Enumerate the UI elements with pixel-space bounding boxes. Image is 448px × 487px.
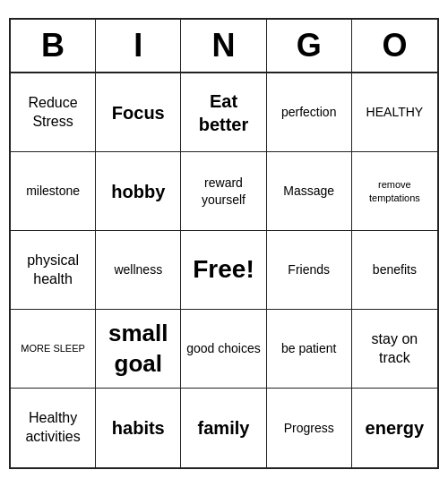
header-i: I <box>96 20 181 72</box>
bingo-cell-healthy-header: HEALTHY <box>352 73 437 152</box>
bingo-cell-milestone: milestone <box>11 152 96 231</box>
header-o: O <box>352 20 437 72</box>
bingo-cell-free-space: Free! <box>181 231 266 310</box>
header-n: N <box>181 20 266 72</box>
bingo-card: B I N G O Reduce StressFocusEat betterpe… <box>9 18 439 469</box>
bingo-cell-habits: habits <box>96 389 181 467</box>
bingo-cell-friends: Friends <box>267 231 352 310</box>
bingo-cell-more-sleep: MORE SLEEP <box>11 310 96 389</box>
bingo-grid: Reduce StressFocusEat betterperfectionHE… <box>11 73 437 467</box>
bingo-cell-stay-on-track: stay on track <box>352 310 437 389</box>
bingo-cell-physical-health: physical health <box>11 231 96 310</box>
bingo-cell-remove-temptations: remove temptations <box>352 152 437 231</box>
bingo-cell-hobby: hobby <box>96 152 181 231</box>
bingo-cell-progress: Progress <box>267 389 352 467</box>
bingo-cell-energy: energy <box>352 389 437 467</box>
header-b: B <box>11 20 96 72</box>
bingo-header: B I N G O <box>11 20 437 73</box>
bingo-cell-massage: Massage <box>267 152 352 231</box>
bingo-cell-benefits: benefits <box>352 231 437 310</box>
bingo-cell-family: family <box>181 389 266 467</box>
bingo-cell-small-goal: small goal <box>96 310 181 389</box>
bingo-cell-good-choices: good choices <box>181 310 266 389</box>
bingo-cell-healthy-activities: Healthy activities <box>11 389 96 467</box>
bingo-cell-reduce-stress: Reduce Stress <box>11 73 96 152</box>
bingo-cell-perfection: perfection <box>267 73 352 152</box>
bingo-cell-reward-yourself: reward yourself <box>181 152 266 231</box>
bingo-cell-be-patient: be patient <box>267 310 352 389</box>
bingo-cell-wellness: wellness <box>96 231 181 310</box>
bingo-cell-eat-better: Eat better <box>181 73 266 152</box>
bingo-cell-focus: Focus <box>96 73 181 152</box>
header-g: G <box>267 20 352 72</box>
